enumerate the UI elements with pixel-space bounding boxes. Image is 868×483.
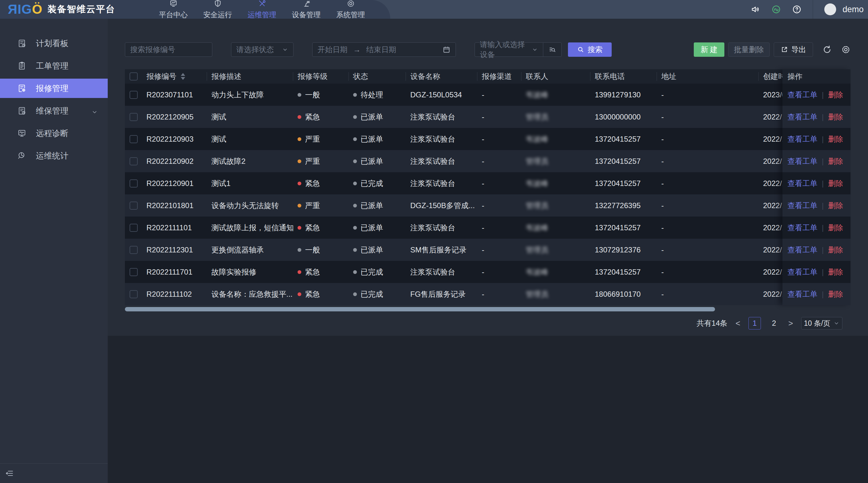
channel-cell: - bbox=[477, 106, 521, 128]
repair-no-search-input[interactable] bbox=[125, 42, 212, 57]
row-checkbox[interactable] bbox=[130, 113, 138, 121]
sidebar-item-operation-statistics[interactable]: 运维统计 bbox=[0, 146, 108, 165]
view-work-order-link[interactable]: 查看工单 bbox=[787, 90, 817, 100]
safety-shield-icon bbox=[214, 0, 222, 9]
sound-icon[interactable] bbox=[751, 5, 760, 14]
delete-link[interactable]: 删除 bbox=[828, 201, 843, 211]
nav-safety-run[interactable]: 安全运行 bbox=[202, 0, 233, 19]
delete-link[interactable]: 删除 bbox=[828, 90, 843, 100]
username: demo bbox=[842, 5, 864, 14]
nav-maintenance-management[interactable]: 运维管理 bbox=[246, 0, 278, 19]
repair-level-cell: 紧急 bbox=[293, 172, 349, 194]
repair-level-cell: 严重 bbox=[293, 150, 349, 172]
sidebar-item-maintenance-management[interactable]: 维保管理 bbox=[0, 101, 108, 121]
contact-cell: 管理员 bbox=[521, 283, 590, 305]
device-select[interactable]: 请输入或选择设备 bbox=[474, 42, 543, 57]
refresh-icon[interactable] bbox=[823, 45, 832, 54]
sidebar-item-repair-management[interactable]: 报修管理 bbox=[0, 78, 108, 98]
delete-link[interactable]: 删除 bbox=[828, 134, 843, 144]
next-page-button[interactable]: > bbox=[787, 319, 794, 328]
sort-control[interactable] bbox=[181, 73, 185, 80]
nav-system-management[interactable]: 系统管理 bbox=[335, 0, 366, 19]
contact-cell: 韦波峰 bbox=[521, 217, 590, 239]
delete-link[interactable]: 删除 bbox=[828, 267, 843, 277]
avatar[interactable] bbox=[824, 3, 836, 15]
address-cell: - bbox=[657, 217, 759, 239]
column-settings-icon[interactable] bbox=[841, 45, 850, 54]
device-name-cell: DGZ-150B多管成... bbox=[406, 194, 477, 217]
search-button[interactable]: 搜索 bbox=[568, 42, 612, 57]
status-select[interactable]: 请选择状态 bbox=[231, 42, 293, 57]
view-work-order-link[interactable]: 查看工单 bbox=[787, 156, 817, 166]
repair-desc-cell: 测试 bbox=[207, 128, 293, 150]
address-cell: - bbox=[657, 194, 759, 217]
phone-cell: 13072912376 bbox=[590, 239, 657, 261]
channel-cell: - bbox=[477, 217, 521, 239]
sidebar-footer bbox=[0, 463, 108, 483]
collapse-sidebar-icon[interactable] bbox=[5, 469, 14, 478]
create-button[interactable]: 新建 bbox=[694, 42, 724, 57]
row-checkbox[interactable] bbox=[130, 268, 138, 276]
row-checkbox[interactable] bbox=[130, 157, 138, 165]
phone-cell: 13991279130 bbox=[590, 84, 657, 106]
date-range-picker[interactable]: 开始日期 → 结束日期 bbox=[312, 42, 456, 57]
view-work-order-link[interactable]: 查看工单 bbox=[787, 245, 817, 255]
row-checkbox[interactable] bbox=[130, 91, 138, 99]
row-checkbox[interactable] bbox=[130, 135, 138, 143]
level-dot bbox=[298, 204, 301, 207]
page-number-1[interactable]: 1 bbox=[748, 317, 761, 329]
delete-link[interactable]: 删除 bbox=[828, 245, 843, 255]
delete-link[interactable]: 删除 bbox=[828, 112, 843, 122]
table-header: 报修编号 报修描述 报修等级 状态 设备名称 报修渠道 联系人 联系电话 地址 … bbox=[125, 69, 850, 84]
statistics-icon bbox=[17, 151, 27, 160]
delete-link[interactable]: 删除 bbox=[828, 156, 843, 166]
user-menu[interactable]: demo bbox=[824, 3, 864, 15]
view-work-order-link[interactable]: 查看工单 bbox=[787, 223, 817, 233]
page-size-select[interactable]: 10 条/页 bbox=[801, 317, 842, 329]
level-dot bbox=[298, 270, 301, 274]
device-advanced-search-button[interactable] bbox=[543, 42, 562, 57]
row-checkbox[interactable] bbox=[130, 180, 138, 188]
sidebar-item-remote-diagnosis[interactable]: 远程诊断 bbox=[0, 124, 108, 143]
batch-delete-button[interactable]: 批量删除 bbox=[728, 42, 770, 57]
view-work-order-link[interactable]: 查看工单 bbox=[787, 289, 817, 299]
sidebar-item-plan-board[interactable]: 计划看板 bbox=[0, 34, 108, 53]
sidebar-item-work-orders[interactable]: 工单管理 bbox=[0, 56, 108, 75]
page-number-2[interactable]: 2 bbox=[768, 317, 780, 329]
horizontal-scrollbar bbox=[125, 307, 850, 312]
health-status-icon[interactable] bbox=[772, 5, 781, 14]
row-checkbox[interactable] bbox=[130, 201, 138, 210]
scrollbar-thumb[interactable] bbox=[125, 307, 715, 312]
prev-page-button[interactable]: < bbox=[734, 319, 742, 328]
contact-cell: 管理员 bbox=[521, 194, 590, 217]
phone-cell: 13720415257 bbox=[590, 172, 657, 194]
view-work-order-link[interactable]: 查看工单 bbox=[787, 112, 817, 122]
row-checkbox[interactable] bbox=[130, 246, 138, 254]
row-checkbox[interactable] bbox=[130, 290, 138, 298]
chevron-down-icon bbox=[91, 108, 98, 114]
top-navigation: 平台中心 安全运行 运维管理 设备管理 系统管理 bbox=[158, 0, 366, 19]
repair-id-cell: R2022111701 bbox=[142, 261, 207, 283]
channel-cell: - bbox=[477, 150, 521, 172]
delete-link[interactable]: 删除 bbox=[828, 223, 843, 233]
repair-desc-cell: 动力头上下故障 bbox=[207, 84, 293, 106]
nav-device-management[interactable]: 设备管理 bbox=[291, 0, 322, 19]
delete-link[interactable]: 删除 bbox=[828, 179, 843, 189]
view-work-order-link[interactable]: 查看工单 bbox=[787, 179, 817, 189]
repair-list-panel: 请选择状态 开始日期 → 结束日期 请输入或选择设备 搜索 新建 bbox=[108, 19, 868, 336]
select-all-checkbox[interactable] bbox=[130, 72, 138, 80]
view-work-order-link[interactable]: 查看工单 bbox=[787, 201, 817, 211]
status-cell: 已完成 bbox=[349, 172, 406, 194]
repair-id-cell: R2022111102 bbox=[142, 283, 207, 305]
delete-link[interactable]: 删除 bbox=[828, 289, 843, 299]
export-button[interactable]: 导出 bbox=[774, 42, 813, 57]
view-work-order-link[interactable]: 查看工单 bbox=[787, 267, 817, 277]
nav-platform-center[interactable]: 平台中心 bbox=[158, 0, 189, 19]
channel-cell: - bbox=[477, 194, 521, 217]
view-work-order-link[interactable]: 查看工单 bbox=[787, 134, 817, 144]
table-row: R2022120902 测试故障2 严重 已派单 注浆泵试验台 - 管理员 13… bbox=[125, 150, 850, 172]
row-checkbox[interactable] bbox=[130, 224, 138, 232]
contact-cell: 管理员 bbox=[521, 239, 590, 261]
device-name-cell: SM售后服务记录 bbox=[406, 239, 477, 261]
help-icon[interactable] bbox=[792, 5, 802, 14]
